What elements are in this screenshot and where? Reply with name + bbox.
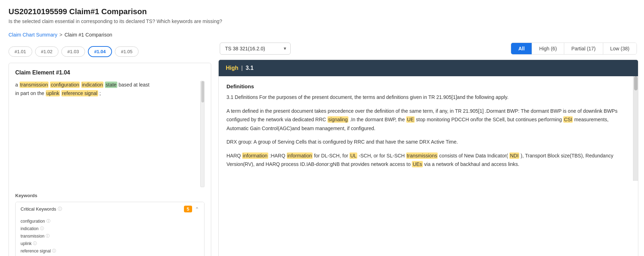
keyword-help-icon[interactable]: ⓘ	[46, 218, 50, 224]
highlight-csi: CSI	[563, 116, 573, 123]
page-subtitle: Is the selected claim essential in corre…	[9, 18, 635, 24]
left-scroll-track[interactable]	[200, 81, 205, 187]
keywords-section: Keywords Critical Keywords ⓘ 5 ⌃	[15, 193, 205, 256]
result-scroll-thumb[interactable]	[634, 76, 638, 90]
claim-tab-1.05[interactable]: #1.05	[115, 46, 139, 57]
result-scroll-container: Definitions 3.1 Definitions For the purp…	[219, 76, 638, 181]
claim-element-title: Claim Element #1.04	[15, 69, 205, 76]
result-para-1: 3.1 Definitions For the purposes of the …	[226, 93, 625, 102]
result-scroll-track[interactable]	[633, 76, 638, 181]
page-title: US20210195599 Claim#1 Comparison	[9, 7, 635, 16]
keyword-help-icon[interactable]: ⓘ	[46, 233, 50, 239]
critical-keywords-header[interactable]: Critical Keywords ⓘ 5 ⌃	[16, 202, 204, 216]
keyword-item-transmission: transmissionⓘ	[21, 232, 199, 240]
keyword-help-icon[interactable]: ⓘ	[52, 248, 56, 254]
result-header: High | 3.1	[219, 60, 638, 76]
highlight-uplink: uplink	[46, 90, 60, 96]
result-para-4: HARQ information :HARQ information for D…	[226, 151, 625, 169]
highlight-reference-signal: reference signal	[61, 90, 98, 96]
filter-buttons: All High (6) Partial (17) Low (38)	[511, 43, 637, 55]
highlight-information2: information	[287, 152, 313, 159]
critical-keywords-help-icon[interactable]: ⓘ	[58, 206, 62, 212]
keyword-help-icon[interactable]: ⓘ	[33, 241, 37, 246]
highlight-ue: UE	[406, 116, 414, 123]
keyword-item-indication: indicationⓘ	[21, 225, 199, 232]
critical-keywords-list: configurationⓘ indicationⓘ transmissionⓘ…	[16, 216, 204, 256]
keyword-help-icon[interactable]: ⓘ	[40, 226, 44, 231]
claim-element-box: Claim Element #1.04 a transmission confi…	[9, 63, 211, 256]
highlight-configuration: configuration	[50, 82, 80, 88]
critical-keywords-count: 5	[184, 206, 192, 212]
right-toolbar: TS 38 321(16.2.0) ▼ All High (6) Partial…	[218, 43, 638, 55]
breadcrumb-separator: >	[60, 32, 62, 38]
ts-dropdown[interactable]: TS 38 321(16.2.0)	[220, 43, 291, 55]
critical-keywords-label: Critical Keywords ⓘ	[21, 206, 62, 212]
filter-all-button[interactable]: All	[511, 43, 532, 54]
breadcrumb-link[interactable]: Claim Chart Summary	[9, 32, 57, 38]
highlight-indication: indication	[81, 82, 103, 88]
claim-tab-1.03[interactable]: #1.03	[61, 46, 85, 57]
claim-tabs: #1.01 #1.02 #1.03 #1.04 #1.05	[6, 43, 211, 63]
highlight-signaling: signaling	[327, 116, 348, 123]
highlight-information1: information	[242, 152, 268, 159]
result-body[interactable]: Definitions 3.1 Definitions For the purp…	[219, 76, 633, 181]
filter-partial-button[interactable]: Partial (17)	[564, 43, 603, 54]
result-ref: 3.1	[246, 65, 253, 71]
filter-low-button[interactable]: Low (38)	[603, 43, 637, 54]
critical-keywords-chevron-icon[interactable]: ⌃	[195, 206, 199, 212]
highlight-transmissions: transmissions	[406, 152, 438, 159]
highlight-state: state	[105, 82, 117, 88]
section-title: Definitions	[226, 83, 625, 89]
claim-tab-1.02[interactable]: #1.02	[35, 46, 59, 57]
claim-tab-1.04[interactable]: #1.04	[88, 46, 112, 57]
result-para-3: DRX group: A group of Serving Cells that…	[226, 138, 625, 146]
claim-tab-1.01[interactable]: #1.01	[9, 46, 32, 57]
breadcrumb-current: Claim #1 Comparison	[65, 32, 112, 38]
breadcrumb: Claim Chart Summary > Claim #1 Compariso…	[0, 28, 644, 43]
claim-text: a transmission configuration indication …	[15, 81, 199, 98]
filter-high-button[interactable]: High (6)	[532, 43, 564, 54]
result-scroll-up-icon[interactable]	[627, 65, 631, 71]
keyword-item-reference-signal: reference signalⓘ	[21, 247, 199, 255]
highlight-ues: UEs	[412, 161, 422, 167]
keyword-item-uplink: uplinkⓘ	[21, 240, 199, 247]
result-para-2: A term defined in the present document t…	[226, 107, 625, 133]
result-panel: High | 3.1 Definitions 3.1 Definitions F…	[218, 60, 638, 256]
highlight-transmission: transmission	[19, 82, 49, 88]
result-separator: |	[241, 65, 243, 71]
result-level: High	[226, 65, 239, 71]
highlight-ul: UL	[349, 152, 357, 159]
keywords-title: Keywords	[15, 193, 205, 198]
critical-keywords-group: Critical Keywords ⓘ 5 ⌃ configurationⓘ	[15, 202, 205, 256]
highlight-ndi: NDI	[509, 152, 519, 159]
keyword-item-configuration: configurationⓘ	[21, 217, 199, 225]
ts-dropdown-wrapper: TS 38 321(16.2.0) ▼	[220, 43, 291, 55]
left-scroll-thumb[interactable]	[201, 81, 204, 102]
